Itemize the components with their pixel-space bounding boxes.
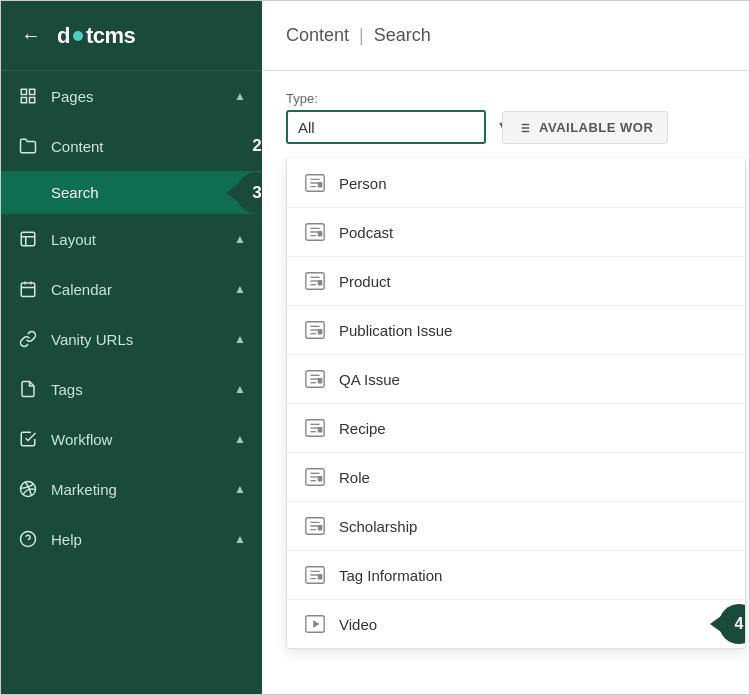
content-type-icon-product	[303, 269, 327, 293]
sidebar-item-pages-label: Pages	[51, 88, 234, 105]
workflow-arrow-icon: ▲	[234, 432, 246, 446]
svg-rect-34	[318, 280, 323, 286]
logo: d tcms	[57, 23, 135, 49]
vanity-arrow-icon: ▲	[234, 332, 246, 346]
dropdown-item-person-label: Person	[339, 175, 387, 192]
sidebar-item-pages[interactable]: Pages ▲	[1, 71, 262, 121]
type-dropdown-list: Person Podcas	[286, 159, 746, 649]
svg-rect-24	[318, 182, 323, 188]
type-select-input[interactable]	[298, 119, 488, 136]
sidebar-item-calendar-label: Calendar	[51, 281, 234, 298]
dropdown-item-person[interactable]: Person	[287, 159, 745, 208]
sidebar-item-search[interactable]: Search 3	[1, 171, 262, 214]
svg-rect-54	[318, 476, 323, 482]
dropdown-item-qa-issue[interactable]: QA Issue	[287, 355, 745, 404]
svg-rect-64	[318, 574, 323, 580]
marketing-icon	[17, 478, 39, 500]
svg-rect-39	[318, 329, 323, 335]
svg-rect-4	[21, 232, 35, 246]
video-badge-4: 4	[719, 604, 745, 644]
breadcrumb-search: Search	[374, 25, 431, 46]
sidebar-item-tags-label: Tags	[51, 381, 234, 398]
sidebar-item-search-label: Search	[51, 184, 246, 201]
breadcrumb-separator: |	[359, 25, 364, 46]
dropdown-scroll[interactable]: Person Podcas	[287, 159, 745, 648]
grid-icon	[517, 121, 531, 135]
content-type-icon-publication	[303, 318, 327, 342]
sidebar-item-workflow[interactable]: Workflow ▲	[1, 414, 262, 464]
filter-row: Type: ▼ AVAILABLE WOR	[286, 91, 725, 144]
layout-arrow-icon: ▲	[234, 232, 246, 246]
pages-icon	[17, 85, 39, 107]
content-type-icon-role	[303, 465, 327, 489]
main-body: Type: ▼ AVAILABLE WOR	[262, 71, 749, 694]
sidebar-item-layout-label: Layout	[51, 231, 234, 248]
content-badge-2: 2	[236, 125, 262, 167]
tags-arrow-icon: ▲	[234, 382, 246, 396]
sidebar-header: ← d tcms	[1, 1, 262, 71]
svg-rect-0	[21, 89, 26, 94]
sidebar-item-tags[interactable]: Tags ▲	[1, 364, 262, 414]
sidebar-item-content[interactable]: Content ▼ 2	[1, 121, 262, 171]
main-content: Content | Search Type: ▼	[262, 1, 749, 694]
svg-rect-3	[30, 98, 35, 103]
type-filter-group: Type: ▼	[286, 91, 486, 144]
available-wor-label: AVAILABLE WOR	[539, 120, 653, 135]
sidebar: ← d tcms Pages ▲	[1, 1, 262, 694]
sidebar-item-vanity-urls[interactable]: Vanity URLs ▲	[1, 314, 262, 364]
content-type-icon-qa	[303, 367, 327, 391]
dropdown-item-role[interactable]: Role	[287, 453, 745, 502]
sidebar-item-help-label: Help	[51, 531, 234, 548]
type-select-wrapper[interactable]: ▼	[286, 110, 486, 144]
breadcrumb-content: Content	[286, 25, 349, 46]
sidebar-nav: Pages ▲ Content ▼ 2 Sea	[1, 71, 262, 694]
app-container: ← d tcms Pages ▲	[0, 0, 750, 695]
dropdown-item-video-label: Video	[339, 616, 377, 633]
svg-rect-29	[318, 231, 323, 237]
dropdown-item-podcast[interactable]: Podcast	[287, 208, 745, 257]
dropdown-item-tag-information[interactable]: Tag Information	[287, 551, 745, 600]
sidebar-item-content-label: Content	[51, 138, 234, 155]
calendar-arrow-icon: ▲	[234, 282, 246, 296]
dropdown-item-video[interactable]: Video 4	[287, 600, 745, 648]
vanity-icon	[17, 328, 39, 350]
content-type-icon-video	[303, 612, 327, 636]
svg-rect-1	[30, 89, 35, 94]
content-type-icon-recipe	[303, 416, 327, 440]
svg-rect-49	[318, 427, 323, 433]
dropdown-item-scholarship-label: Scholarship	[339, 518, 417, 535]
sidebar-item-help[interactable]: Help ▲	[1, 514, 262, 564]
sidebar-item-marketing-label: Marketing	[51, 481, 234, 498]
content-type-icon-person	[303, 171, 327, 195]
sidebar-item-calendar[interactable]: Calendar ▲	[1, 264, 262, 314]
marketing-arrow-icon: ▲	[234, 482, 246, 496]
dropdown-item-publication-label: Publication Issue	[339, 322, 452, 339]
sidebar-item-vanity-label: Vanity URLs	[51, 331, 234, 348]
svg-rect-59	[318, 525, 323, 531]
pages-arrow-icon: ▲	[234, 89, 246, 103]
dropdown-item-scholarship[interactable]: Scholarship	[287, 502, 745, 551]
dropdown-item-podcast-label: Podcast	[339, 224, 393, 241]
sidebar-item-marketing[interactable]: Marketing ▲	[1, 464, 262, 514]
back-button[interactable]: ←	[17, 22, 45, 50]
badge-arrow	[710, 616, 721, 632]
help-icon	[17, 528, 39, 550]
workflow-icon	[17, 428, 39, 450]
svg-rect-44	[318, 378, 323, 384]
svg-rect-2	[21, 98, 26, 103]
main-header: Content | Search	[262, 1, 749, 71]
svg-marker-66	[313, 620, 319, 627]
content-icon	[17, 135, 39, 157]
content-type-icon-tag-info	[303, 563, 327, 587]
type-label: Type:	[286, 91, 486, 106]
svg-rect-7	[21, 283, 35, 297]
dropdown-item-qa-label: QA Issue	[339, 371, 400, 388]
layout-icon	[17, 228, 39, 250]
dropdown-item-product[interactable]: Product	[287, 257, 745, 306]
dropdown-item-tag-info-label: Tag Information	[339, 567, 442, 584]
dropdown-item-recipe[interactable]: Recipe	[287, 404, 745, 453]
dropdown-item-publication-issue[interactable]: Publication Issue	[287, 306, 745, 355]
content-type-icon-podcast	[303, 220, 327, 244]
sidebar-item-layout[interactable]: Layout ▲	[1, 214, 262, 264]
available-wor-button[interactable]: AVAILABLE WOR	[502, 111, 668, 144]
